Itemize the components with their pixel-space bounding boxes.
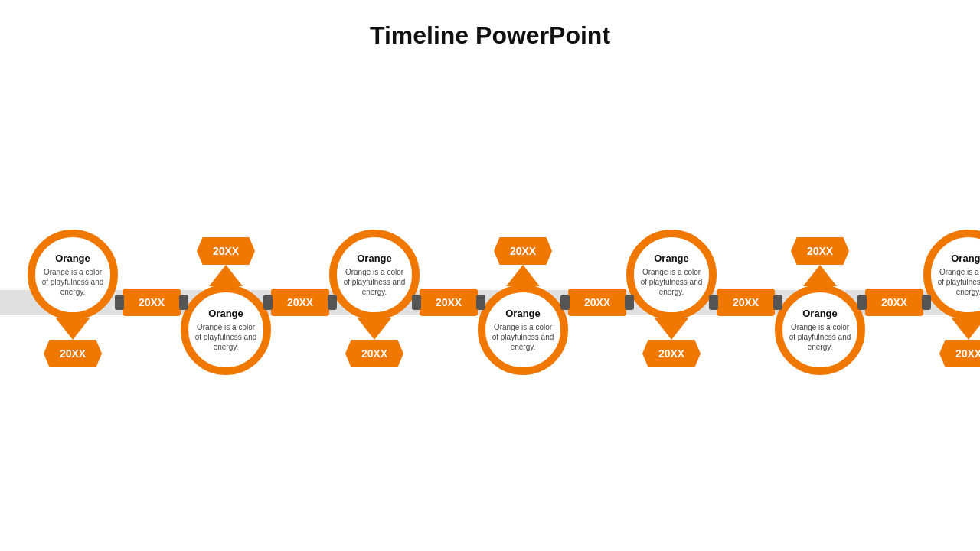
pin-arrow-3 xyxy=(358,318,391,340)
date-row-7: 20XX xyxy=(939,340,980,367)
scroll-connector-3: 20XX xyxy=(420,289,478,316)
col-group-2: 20XX Orange Orange is a color of playful… xyxy=(181,230,271,375)
pin-arrow-5 xyxy=(655,318,688,340)
item-desc-2: Orange is a color of playfulness and ene… xyxy=(194,322,257,352)
item-desc-1: Orange is a color of playfulness and ene… xyxy=(41,267,104,297)
date-row-2: 20XX xyxy=(197,237,255,265)
pin-arrow-7 xyxy=(952,318,980,340)
item-desc-4: Orange is a color of playfulness and ene… xyxy=(492,322,554,352)
scroll-connector-5: 20XX xyxy=(717,289,775,316)
item-label-7: Orange xyxy=(951,253,980,264)
date-hex-2[interactable]: 20XX xyxy=(197,237,255,265)
item-label-2: Orange xyxy=(208,308,243,319)
pin-circle-7: Orange Orange is a color of playfulness … xyxy=(923,230,980,320)
item-label-3: Orange xyxy=(357,253,392,264)
scroll-connector-1: 20XX xyxy=(122,289,181,316)
scroll-connector-2: 20XX xyxy=(271,289,329,316)
scroll-connector-6: 20XX xyxy=(865,289,923,316)
item-label-5: Orange xyxy=(654,253,689,264)
pin-bottom-4: Orange Orange is a color of playfulness … xyxy=(478,265,568,375)
pin-arrow-1 xyxy=(56,318,90,340)
col-group-7: Orange Orange is a color of playfulness … xyxy=(923,230,980,375)
pin-arrow-up-6 xyxy=(803,265,837,286)
col-group-3: Orange Orange is a color of playfulness … xyxy=(329,230,420,375)
item-label-4: Orange xyxy=(505,308,541,319)
item-label-1: Orange xyxy=(55,253,90,264)
item-top-1: Orange Orange is a color of playfulness … xyxy=(23,230,122,375)
scroll-btn-6[interactable]: 20XX xyxy=(865,289,923,316)
pin-bottom-6: Orange Orange is a color of playfulness … xyxy=(775,265,865,375)
item-desc-6: Orange is a color of playfulness and ene… xyxy=(789,322,851,352)
date-hex-6[interactable]: 20XX xyxy=(791,237,849,265)
pin-circle-5: Orange Orange is a color of playfulness … xyxy=(626,230,717,320)
pin-circle-4: Orange Orange is a color of playfulness … xyxy=(478,285,568,375)
pin-circle-2: Orange Orange is a color of playfulness … xyxy=(181,285,271,375)
item-desc-7: Orange is a color of playfulness and ene… xyxy=(937,267,980,297)
date-hex-1[interactable]: 20XX xyxy=(44,340,102,367)
item-label-6: Orange xyxy=(802,308,838,319)
date-row-3: 20XX xyxy=(345,340,403,367)
pin-circle-1: Orange Orange is a color of playfulness … xyxy=(28,230,118,320)
col-group-6: 20XX Orange Orange is a color of playful… xyxy=(775,230,865,375)
date-row-5: 20XX xyxy=(642,340,701,367)
date-hex-7[interactable]: 20XX xyxy=(939,340,980,367)
col-group-4: 20XX Orange Orange is a color of playful… xyxy=(478,230,568,375)
timeline-container: Orange Orange is a color of playfulness … xyxy=(0,65,980,540)
pin-arrow-up-4 xyxy=(506,265,540,286)
scroll-connector-4: 20XX xyxy=(568,289,626,316)
pin-top-5: Orange Orange is a color of playfulness … xyxy=(626,230,717,340)
scroll-btn-2[interactable]: 20XX xyxy=(271,289,329,316)
page-title: Timeline PowerPoint xyxy=(0,0,980,65)
item-desc-5: Orange is a color of playfulness and ene… xyxy=(640,267,703,297)
date-hex-4[interactable]: 20XX xyxy=(494,237,552,265)
col-group-1: Orange Orange is a color of playfulness … xyxy=(23,230,122,375)
scroll-btn-4[interactable]: 20XX xyxy=(568,289,626,316)
pin-top-1: Orange Orange is a color of playfulness … xyxy=(28,230,118,340)
pin-arrow-up-2 xyxy=(209,265,243,286)
pin-circle-3: Orange Orange is a color of playfulness … xyxy=(329,230,420,320)
date-row-1: 20XX xyxy=(44,340,102,367)
pin-circle-6: Orange Orange is a color of playfulness … xyxy=(775,285,865,375)
scroll-btn-5[interactable]: 20XX xyxy=(717,289,775,316)
col-group-5: Orange Orange is a color of playfulness … xyxy=(626,230,717,375)
scroll-btn-3[interactable]: 20XX xyxy=(420,289,478,316)
date-row-4: 20XX xyxy=(494,237,552,265)
date-hex-5[interactable]: 20XX xyxy=(642,340,701,367)
pin-top-3: Orange Orange is a color of playfulness … xyxy=(329,230,420,340)
date-row-6: 20XX xyxy=(791,237,849,265)
item-desc-3: Orange is a color of playfulness and ene… xyxy=(343,267,406,297)
pin-bottom-2: Orange Orange is a color of playfulness … xyxy=(181,265,271,375)
date-hex-3[interactable]: 20XX xyxy=(345,340,403,367)
pin-top-7: Orange Orange is a color of playfulness … xyxy=(923,230,980,340)
scroll-btn-1[interactable]: 20XX xyxy=(122,289,181,316)
